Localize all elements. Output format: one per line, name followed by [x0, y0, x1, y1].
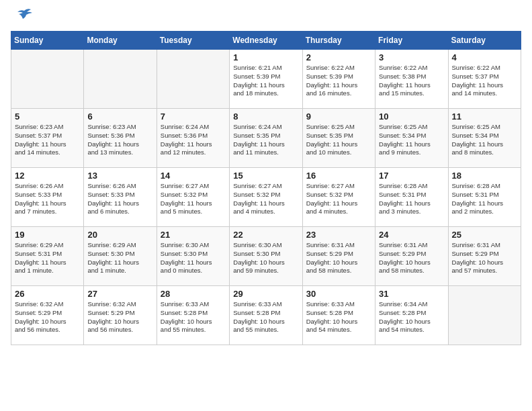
calendar-cell [157, 50, 229, 109]
calendar-cell: 25Sunrise: 6:31 AM Sunset: 5:29 PM Dayli… [448, 227, 521, 286]
header-row: SundayMondayTuesdayWednesdayThursdayFrid… [11, 32, 521, 50]
week-row-2: 5Sunrise: 6:23 AM Sunset: 5:37 PM Daylig… [11, 109, 521, 168]
day-info: Sunrise: 6:29 AM Sunset: 5:31 PM Dayligh… [15, 241, 80, 275]
day-info: Sunrise: 6:30 AM Sunset: 5:30 PM Dayligh… [161, 241, 226, 275]
day-info: Sunrise: 6:26 AM Sunset: 5:33 PM Dayligh… [15, 182, 80, 216]
day-number: 2 [306, 52, 371, 62]
calendar-cell: 14Sunrise: 6:27 AM Sunset: 5:32 PM Dayli… [157, 168, 229, 227]
day-info: Sunrise: 6:21 AM Sunset: 5:39 PM Dayligh… [233, 64, 298, 98]
calendar-cell: 13Sunrise: 6:26 AM Sunset: 5:33 PM Dayli… [84, 168, 157, 227]
day-number: 17 [379, 171, 444, 181]
calendar-cell: 2Sunrise: 6:22 AM Sunset: 5:39 PM Daylig… [302, 50, 375, 109]
day-info: Sunrise: 6:22 AM Sunset: 5:39 PM Dayligh… [306, 64, 371, 98]
day-number: 19 [15, 230, 80, 240]
calendar-cell: 1Sunrise: 6:21 AM Sunset: 5:39 PM Daylig… [230, 50, 302, 109]
day-number: 10 [379, 111, 444, 122]
day-number: 12 [15, 171, 80, 181]
day-number: 23 [306, 230, 371, 240]
calendar-cell: 24Sunrise: 6:31 AM Sunset: 5:29 PM Dayli… [375, 227, 448, 286]
calendar-cell [11, 50, 84, 109]
calendar-header: SundayMondayTuesdayWednesdayThursdayFrid… [11, 32, 521, 50]
day-number: 6 [87, 111, 152, 122]
day-number: 25 [452, 230, 517, 240]
day-info: Sunrise: 6:23 AM Sunset: 5:37 PM Dayligh… [15, 123, 80, 157]
day-info: Sunrise: 6:27 AM Sunset: 5:32 PM Dayligh… [306, 182, 371, 216]
col-header-friday: Friday [375, 32, 448, 50]
calendar-cell: 21Sunrise: 6:30 AM Sunset: 5:30 PM Dayli… [157, 227, 229, 286]
calendar-cell: 7Sunrise: 6:24 AM Sunset: 5:36 PM Daylig… [157, 109, 229, 168]
calendar-cell: 28Sunrise: 6:33 AM Sunset: 5:28 PM Dayli… [157, 286, 229, 345]
calendar-cell: 20Sunrise: 6:29 AM Sunset: 5:30 PM Dayli… [84, 227, 157, 286]
day-number: 11 [452, 111, 517, 122]
day-info: Sunrise: 6:31 AM Sunset: 5:29 PM Dayligh… [379, 241, 444, 275]
day-info: Sunrise: 6:30 AM Sunset: 5:30 PM Dayligh… [233, 241, 298, 275]
day-number: 7 [161, 111, 226, 122]
logo-bird-icon [15, 8, 34, 23]
col-header-saturday: Saturday [448, 32, 521, 50]
day-number: 14 [161, 171, 226, 181]
day-info: Sunrise: 6:27 AM Sunset: 5:32 PM Dayligh… [161, 182, 226, 216]
day-number: 21 [161, 230, 226, 240]
day-number: 31 [379, 289, 444, 299]
day-info: Sunrise: 6:33 AM Sunset: 5:28 PM Dayligh… [306, 300, 371, 334]
calendar-cell: 27Sunrise: 6:32 AM Sunset: 5:29 PM Dayli… [84, 286, 157, 345]
calendar-cell: 12Sunrise: 6:26 AM Sunset: 5:33 PM Dayli… [11, 168, 84, 227]
day-info: Sunrise: 6:28 AM Sunset: 5:31 PM Dayligh… [452, 182, 517, 216]
day-info: Sunrise: 6:25 AM Sunset: 5:34 PM Dayligh… [452, 123, 517, 157]
day-number: 28 [161, 289, 226, 299]
calendar-body: 1Sunrise: 6:21 AM Sunset: 5:39 PM Daylig… [11, 50, 521, 345]
day-info: Sunrise: 6:33 AM Sunset: 5:28 PM Dayligh… [161, 300, 226, 334]
day-info: Sunrise: 6:22 AM Sunset: 5:38 PM Dayligh… [379, 64, 444, 98]
day-number: 3 [379, 52, 444, 62]
logo [11, 11, 34, 23]
col-header-sunday: Sunday [11, 32, 84, 50]
day-info: Sunrise: 6:28 AM Sunset: 5:31 PM Dayligh… [379, 182, 444, 216]
col-header-wednesday: Wednesday [230, 32, 302, 50]
day-number: 27 [87, 289, 152, 299]
calendar-cell: 3Sunrise: 6:22 AM Sunset: 5:38 PM Daylig… [375, 50, 448, 109]
week-row-1: 1Sunrise: 6:21 AM Sunset: 5:39 PM Daylig… [11, 50, 521, 109]
day-info: Sunrise: 6:32 AM Sunset: 5:29 PM Dayligh… [87, 300, 152, 334]
day-number: 16 [306, 171, 371, 181]
col-header-thursday: Thursday [302, 32, 375, 50]
calendar-cell: 11Sunrise: 6:25 AM Sunset: 5:34 PM Dayli… [448, 109, 521, 168]
day-number: 15 [233, 171, 298, 181]
calendar-cell: 23Sunrise: 6:31 AM Sunset: 5:29 PM Dayli… [302, 227, 375, 286]
day-number: 30 [306, 289, 371, 299]
day-number: 1 [233, 52, 298, 62]
calendar-cell [84, 50, 157, 109]
day-number: 26 [15, 289, 80, 299]
calendar-cell: 31Sunrise: 6:34 AM Sunset: 5:28 PM Dayli… [375, 286, 448, 345]
calendar-cell: 9Sunrise: 6:25 AM Sunset: 5:35 PM Daylig… [302, 109, 375, 168]
day-number: 29 [233, 289, 298, 299]
header [11, 11, 521, 23]
day-number: 18 [452, 171, 517, 181]
calendar-cell: 26Sunrise: 6:32 AM Sunset: 5:29 PM Dayli… [11, 286, 84, 345]
day-info: Sunrise: 6:25 AM Sunset: 5:34 PM Dayligh… [379, 123, 444, 157]
week-row-3: 12Sunrise: 6:26 AM Sunset: 5:33 PM Dayli… [11, 168, 521, 227]
col-header-monday: Monday [84, 32, 157, 50]
calendar-cell: 19Sunrise: 6:29 AM Sunset: 5:31 PM Dayli… [11, 227, 84, 286]
calendar-cell: 17Sunrise: 6:28 AM Sunset: 5:31 PM Dayli… [375, 168, 448, 227]
calendar-cell: 10Sunrise: 6:25 AM Sunset: 5:34 PM Dayli… [375, 109, 448, 168]
calendar-cell: 6Sunrise: 6:23 AM Sunset: 5:36 PM Daylig… [84, 109, 157, 168]
col-header-tuesday: Tuesday [157, 32, 229, 50]
day-number: 22 [233, 230, 298, 240]
day-info: Sunrise: 6:31 AM Sunset: 5:29 PM Dayligh… [452, 241, 517, 275]
day-info: Sunrise: 6:23 AM Sunset: 5:36 PM Dayligh… [87, 123, 152, 157]
day-info: Sunrise: 6:29 AM Sunset: 5:30 PM Dayligh… [87, 241, 152, 275]
day-number: 20 [87, 230, 152, 240]
calendar-cell: 8Sunrise: 6:24 AM Sunset: 5:35 PM Daylig… [230, 109, 302, 168]
day-info: Sunrise: 6:32 AM Sunset: 5:29 PM Dayligh… [15, 300, 80, 334]
day-info: Sunrise: 6:31 AM Sunset: 5:29 PM Dayligh… [306, 241, 371, 275]
day-info: Sunrise: 6:24 AM Sunset: 5:35 PM Dayligh… [233, 123, 298, 157]
week-row-4: 19Sunrise: 6:29 AM Sunset: 5:31 PM Dayli… [11, 227, 521, 286]
calendar-cell: 22Sunrise: 6:30 AM Sunset: 5:30 PM Dayli… [230, 227, 302, 286]
calendar-cell: 29Sunrise: 6:33 AM Sunset: 5:28 PM Dayli… [230, 286, 302, 345]
day-info: Sunrise: 6:34 AM Sunset: 5:28 PM Dayligh… [379, 300, 444, 334]
day-number: 13 [87, 171, 152, 181]
day-info: Sunrise: 6:27 AM Sunset: 5:32 PM Dayligh… [233, 182, 298, 216]
calendar-cell: 30Sunrise: 6:33 AM Sunset: 5:28 PM Dayli… [302, 286, 375, 345]
calendar-cell: 16Sunrise: 6:27 AM Sunset: 5:32 PM Dayli… [302, 168, 375, 227]
calendar-cell: 5Sunrise: 6:23 AM Sunset: 5:37 PM Daylig… [11, 109, 84, 168]
